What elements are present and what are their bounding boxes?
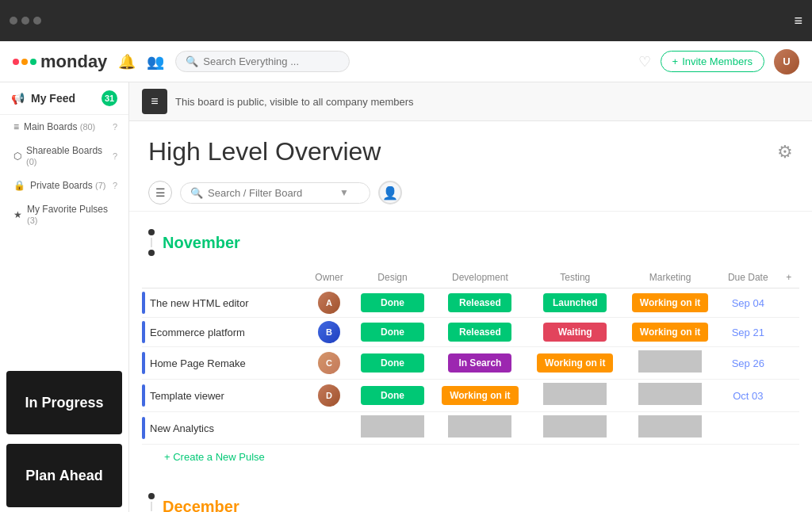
- pulse-name-cell[interactable]: The new HTML editor: [142, 288, 306, 318]
- dot-bottom: [148, 250, 155, 256]
- development-cell[interactable]: [432, 412, 527, 445]
- private-boards-label: Private Boards (7): [30, 180, 106, 191]
- myfeed-icon: 📢: [11, 92, 25, 105]
- sidebar-item-private-boards[interactable]: 🔒 Private Boards (7) ?: [0, 174, 128, 197]
- people-icon[interactable]: 👥: [147, 53, 164, 71]
- board-title: High Level Overview: [148, 137, 381, 166]
- right-panel: ≡ This board is public, visible to all c…: [129, 82, 812, 512]
- search-input[interactable]: [203, 55, 314, 67]
- due-date-cell: Sep 26: [718, 347, 779, 380]
- development-status-empty: [448, 415, 511, 437]
- design-cell[interactable]: Done: [352, 288, 432, 318]
- pulse-color-bar: [142, 417, 145, 439]
- header-right: ♡ + Invite Members U: [638, 49, 799, 75]
- design-cell[interactable]: Done: [352, 380, 432, 412]
- board-settings-icon[interactable]: ⚙: [777, 142, 793, 162]
- pulse-name-cell[interactable]: Template viewer: [142, 380, 306, 412]
- development-status: Working on it: [442, 386, 518, 405]
- invite-plus-icon: +: [672, 55, 679, 67]
- pulse-color-bar: [142, 292, 145, 314]
- filter-bar: ☰ 🔍 ▼ 👤: [129, 174, 812, 212]
- table-row: Template viewerDDoneWorking on itOct 03: [142, 380, 799, 412]
- owner-cell: D: [306, 380, 353, 412]
- design-status: Done: [361, 386, 424, 405]
- marketing-cell[interactable]: [622, 412, 718, 445]
- design-cell[interactable]: Done: [352, 318, 432, 347]
- november-section-header: November: [142, 224, 799, 261]
- development-status: In Search: [448, 353, 511, 373]
- header-bar: monday 🔔 👥 🔍 ♡ + Invite Members U: [0, 41, 812, 82]
- col-development-header: Development: [432, 267, 527, 288]
- myfeed-label: My Feed: [31, 92, 75, 105]
- design-cell[interactable]: Done: [352, 347, 432, 380]
- create-pulse-button[interactable]: + Create a New Pulse: [151, 445, 799, 469]
- pulse-name-text: The new HTML editor: [150, 297, 249, 309]
- owner-cell: C: [306, 347, 353, 380]
- december-title: December: [163, 498, 239, 513]
- question-icon-3: ?: [113, 181, 117, 190]
- marketing-cell[interactable]: Working on it: [622, 318, 718, 347]
- owner-cell: A: [306, 288, 353, 318]
- sidebar-myfeed[interactable]: 📢 My Feed 31: [0, 82, 128, 115]
- due-date-cell: Sep 04: [718, 288, 779, 318]
- user-avatar[interactable]: U: [774, 49, 799, 75]
- sidebar-item-favorites[interactable]: ★ My Favorite Pulses (3): [0, 197, 128, 232]
- design-cell[interactable]: [352, 412, 432, 445]
- global-search[interactable]: 🔍: [175, 51, 350, 72]
- due-date-cell: [718, 412, 779, 445]
- due-date-cell: Sep 21: [718, 318, 779, 347]
- bell-icon[interactable]: 🔔: [118, 53, 136, 71]
- table-row: The new HTML editorADoneReleasedLaunched…: [142, 288, 799, 318]
- person-filter-icon[interactable]: 👤: [378, 181, 402, 204]
- section-dots: [148, 229, 155, 256]
- view-toggle-icon[interactable]: ☰: [148, 181, 172, 204]
- main-layout: 📢 My Feed 31 ≡ Main Boards (80) ? ⬡ Shar…: [0, 82, 812, 512]
- development-cell[interactable]: Released: [432, 318, 527, 347]
- extra-cell: [779, 380, 799, 412]
- marketing-cell[interactable]: Working on it: [622, 288, 718, 318]
- invite-members-button[interactable]: + Invite Members: [661, 51, 764, 72]
- topbar-menu-icon[interactable]: ≡: [794, 13, 802, 29]
- in-progress-card[interactable]: In Progress: [6, 371, 122, 434]
- owner-avatar: C: [318, 352, 340, 374]
- topbar: ≡: [0, 0, 812, 41]
- content-area: High Level Overview ⚙ ☰ 🔍 ▼ 👤: [129, 121, 812, 512]
- testing-cell[interactable]: [527, 412, 622, 445]
- pulse-color-bar: [142, 321, 145, 343]
- col-testing-header: Testing: [527, 267, 622, 288]
- pulse-name-text: Home Page Remake: [150, 357, 246, 369]
- favorite-icon[interactable]: ♡: [638, 53, 651, 71]
- testing-cell[interactable]: Waiting: [527, 318, 622, 347]
- december-section-header: December: [142, 488, 799, 512]
- col-owner-header: Owner: [306, 267, 353, 288]
- marketing-cell[interactable]: [622, 380, 718, 412]
- testing-cell[interactable]: Launched: [527, 288, 622, 318]
- marketing-status-empty: [638, 350, 702, 373]
- november-title: November: [163, 234, 240, 252]
- sidebar-spacer: [0, 232, 128, 366]
- development-cell[interactable]: Working on it: [432, 380, 527, 412]
- sidebar-item-main-boards[interactable]: ≡ Main Boards (80) ?: [0, 115, 128, 139]
- pulse-name-cell[interactable]: Home Page Remake: [142, 347, 306, 380]
- development-cell[interactable]: In Search: [432, 347, 527, 380]
- logo-icon: [13, 59, 36, 65]
- testing-cell[interactable]: Working on it: [527, 347, 622, 380]
- testing-cell[interactable]: [527, 380, 622, 412]
- pulse-name-cell[interactable]: New Analytics: [142, 412, 306, 445]
- testing-status-empty: [543, 383, 607, 405]
- sidebar-item-shareable-boards[interactable]: ⬡ Shareable Boards (0) ?: [0, 139, 128, 174]
- shareable-boards-label: Shareable Boards (0): [26, 145, 108, 167]
- marketing-cell[interactable]: [622, 347, 718, 380]
- filter-search-input[interactable]: [208, 187, 335, 199]
- pulse-name-cell[interactable]: Ecommerce platform: [142, 318, 306, 347]
- development-cell[interactable]: Released: [432, 288, 527, 318]
- dot-line-dec: [151, 502, 152, 511]
- dot-top: [148, 229, 155, 235]
- hamburger-button[interactable]: ≡: [142, 89, 167, 114]
- owner-avatar: B: [318, 321, 340, 343]
- logo-dot-orange: [21, 59, 28, 65]
- plan-ahead-card[interactable]: Plan Ahead: [6, 444, 122, 507]
- col-add-header[interactable]: +: [779, 267, 799, 288]
- filter-search[interactable]: 🔍 ▼: [180, 182, 370, 204]
- table-row: Ecommerce platformBDoneReleasedWaitingWo…: [142, 318, 799, 347]
